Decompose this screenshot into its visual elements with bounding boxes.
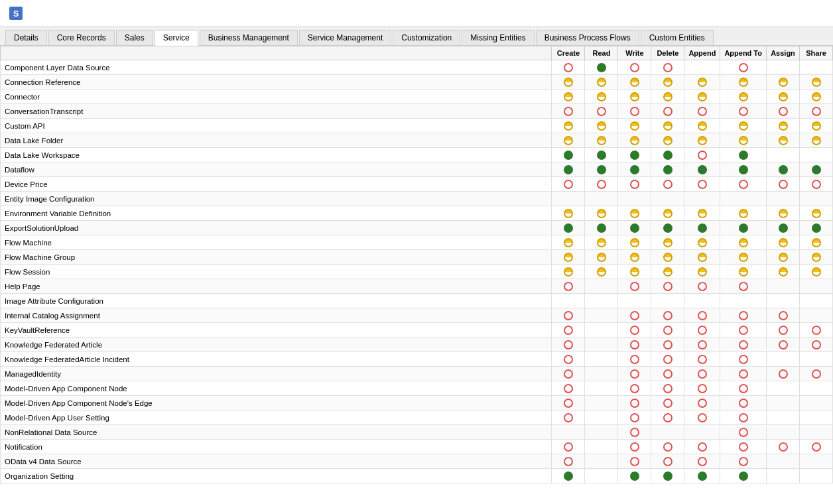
permission-cell[interactable] bbox=[552, 294, 585, 308]
permission-cell[interactable] bbox=[800, 396, 833, 410]
permission-cell[interactable] bbox=[552, 250, 585, 265]
permission-cell[interactable] bbox=[552, 381, 585, 396]
permission-cell[interactable] bbox=[800, 162, 833, 177]
tab-service[interactable]: Service bbox=[155, 30, 198, 46]
permission-cell[interactable] bbox=[651, 206, 684, 221]
permission-cell[interactable] bbox=[618, 396, 651, 410]
permission-cell[interactable] bbox=[767, 148, 800, 162]
tab-custom-entities[interactable]: Custom Entities bbox=[641, 30, 714, 45]
permission-cell[interactable] bbox=[618, 381, 651, 396]
permission-cell[interactable] bbox=[585, 177, 618, 192]
permission-cell[interactable] bbox=[651, 279, 684, 294]
permission-cell[interactable] bbox=[684, 177, 720, 192]
permission-cell[interactable] bbox=[767, 177, 800, 192]
permission-cell[interactable] bbox=[618, 119, 651, 133]
permission-cell[interactable] bbox=[552, 162, 585, 177]
permission-cell[interactable] bbox=[684, 425, 720, 440]
permission-cell[interactable] bbox=[800, 148, 833, 162]
permission-cell[interactable] bbox=[618, 454, 651, 469]
permission-cell[interactable] bbox=[585, 454, 618, 469]
permission-cell[interactable] bbox=[585, 469, 618, 483]
permission-cell[interactable] bbox=[684, 279, 720, 294]
permission-cell[interactable] bbox=[800, 119, 833, 133]
permission-cell[interactable] bbox=[585, 308, 618, 323]
permission-cell[interactable] bbox=[585, 119, 618, 133]
tab-sales[interactable]: Sales bbox=[116, 30, 153, 45]
permission-cell[interactable] bbox=[552, 75, 585, 90]
permission-cell[interactable] bbox=[800, 308, 833, 323]
permission-cell[interactable] bbox=[720, 323, 767, 338]
permission-cell[interactable] bbox=[552, 352, 585, 367]
permission-cell[interactable] bbox=[767, 338, 800, 352]
tab-customization[interactable]: Customization bbox=[393, 30, 460, 45]
permission-cell[interactable] bbox=[552, 338, 585, 352]
permission-cell[interactable] bbox=[684, 148, 720, 162]
permission-cell[interactable] bbox=[800, 425, 833, 440]
permission-cell[interactable] bbox=[684, 60, 720, 75]
permission-cell[interactable] bbox=[720, 221, 767, 235]
permission-cell[interactable] bbox=[618, 308, 651, 323]
permission-cell[interactable] bbox=[800, 279, 833, 294]
permission-cell[interactable] bbox=[800, 250, 833, 265]
permission-cell[interactable] bbox=[651, 119, 684, 133]
tab-details[interactable]: Details bbox=[5, 30, 47, 45]
permission-cell[interactable] bbox=[585, 352, 618, 367]
permission-cell[interactable] bbox=[684, 133, 720, 148]
permission-cell[interactable] bbox=[651, 221, 684, 235]
permission-cell[interactable] bbox=[618, 469, 651, 483]
permission-cell[interactable] bbox=[684, 104, 720, 119]
permission-cell[interactable] bbox=[767, 90, 800, 104]
tab-missing-entities[interactable]: Missing Entities bbox=[462, 30, 534, 45]
permission-cell[interactable] bbox=[585, 410, 618, 425]
permission-cell[interactable] bbox=[720, 352, 767, 367]
permission-cell[interactable] bbox=[585, 250, 618, 265]
permission-cell[interactable] bbox=[552, 60, 585, 75]
table-container[interactable]: Create Read Write Delete Append Append T… bbox=[0, 46, 833, 487]
permission-cell[interactable] bbox=[618, 235, 651, 250]
permission-cell[interactable] bbox=[720, 425, 767, 440]
permission-cell[interactable] bbox=[800, 381, 833, 396]
permission-cell[interactable] bbox=[552, 104, 585, 119]
permission-cell[interactable] bbox=[651, 75, 684, 90]
permission-cell[interactable] bbox=[684, 250, 720, 265]
permission-cell[interactable] bbox=[618, 133, 651, 148]
permission-cell[interactable] bbox=[684, 75, 720, 90]
permission-cell[interactable] bbox=[767, 192, 800, 206]
permission-cell[interactable] bbox=[585, 265, 618, 279]
permission-cell[interactable] bbox=[651, 396, 684, 410]
permission-cell[interactable] bbox=[651, 338, 684, 352]
permission-cell[interactable] bbox=[618, 410, 651, 425]
permission-cell[interactable] bbox=[720, 192, 767, 206]
permission-cell[interactable] bbox=[720, 90, 767, 104]
permission-cell[interactable] bbox=[800, 323, 833, 338]
permission-cell[interactable] bbox=[585, 367, 618, 381]
permission-cell[interactable] bbox=[720, 162, 767, 177]
permission-cell[interactable] bbox=[720, 294, 767, 308]
permission-cell[interactable] bbox=[552, 148, 585, 162]
permission-cell[interactable] bbox=[585, 192, 618, 206]
permission-cell[interactable] bbox=[552, 177, 585, 192]
permission-cell[interactable] bbox=[800, 75, 833, 90]
permission-cell[interactable] bbox=[800, 60, 833, 75]
permission-cell[interactable] bbox=[552, 265, 585, 279]
permission-cell[interactable] bbox=[585, 206, 618, 221]
permission-cell[interactable] bbox=[684, 381, 720, 396]
permission-cell[interactable] bbox=[800, 177, 833, 192]
permission-cell[interactable] bbox=[684, 440, 720, 454]
permission-cell[interactable] bbox=[651, 381, 684, 396]
permission-cell[interactable] bbox=[800, 410, 833, 425]
permission-cell[interactable] bbox=[684, 323, 720, 338]
permission-cell[interactable] bbox=[651, 265, 684, 279]
tab-service-management[interactable]: Service Management bbox=[299, 30, 391, 45]
permission-cell[interactable] bbox=[720, 454, 767, 469]
tab-business-management[interactable]: Business Management bbox=[200, 30, 298, 45]
permission-cell[interactable] bbox=[767, 75, 800, 90]
permission-cell[interactable] bbox=[767, 250, 800, 265]
permission-cell[interactable] bbox=[720, 133, 767, 148]
permission-cell[interactable] bbox=[618, 104, 651, 119]
permission-cell[interactable] bbox=[585, 294, 618, 308]
permission-cell[interactable] bbox=[800, 104, 833, 119]
permission-cell[interactable] bbox=[800, 469, 833, 483]
permission-cell[interactable] bbox=[585, 440, 618, 454]
permission-cell[interactable] bbox=[767, 469, 800, 483]
